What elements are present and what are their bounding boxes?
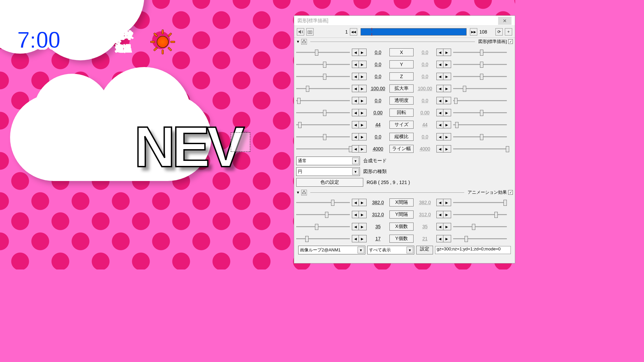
arrow-left-icon[interactable]: ◀ (437, 85, 443, 92)
arrow-left-icon[interactable]: ◀ (352, 199, 359, 206)
param-value-left[interactable]: 0.00 (369, 110, 387, 115)
param-slider-left[interactable] (296, 211, 350, 218)
param-spinner-right[interactable]: ◀▶ (436, 121, 451, 128)
arrow-right-icon[interactable]: ▶ (443, 211, 450, 218)
seek-start-icon[interactable]: ◀◀ (350, 28, 357, 36)
param-value-right[interactable]: 0.0 (416, 50, 434, 55)
arrow-left-icon[interactable]: ◀ (352, 109, 359, 116)
arrow-left-icon[interactable]: ◀ (352, 85, 359, 92)
param-slider-left[interactable] (296, 199, 350, 206)
param-spinner-right[interactable]: ◀▶ (436, 73, 451, 80)
param-value-left[interactable]: 0.0 (369, 98, 387, 103)
param-value-right[interactable]: 312.0 (416, 212, 434, 217)
param-value-right[interactable]: 4000 (416, 146, 434, 152)
param-slider-right[interactable] (453, 61, 507, 68)
param-value-right[interactable]: 0.0 (416, 98, 434, 103)
param-label-button[interactable]: Z (389, 72, 414, 80)
param-spinner-right[interactable]: ◀▶ (436, 133, 451, 140)
param-spinner-left[interactable]: ◀▶ (352, 145, 367, 153)
selection-marker[interactable] (231, 132, 250, 152)
toggle-icon[interactable]: 凸 (301, 190, 307, 195)
arrow-left-icon[interactable]: ◀ (352, 133, 359, 140)
param-slider-left[interactable] (296, 49, 350, 56)
param-spinner-left[interactable]: ◀▶ (352, 85, 367, 92)
panel-titlebar[interactable]: 図形[標準描画] ✕ (294, 16, 515, 26)
arrow-left-icon[interactable]: ◀ (437, 133, 443, 140)
arrow-right-icon[interactable]: ▶ (443, 145, 450, 152)
arrow-right-icon[interactable]: ▶ (359, 85, 366, 92)
param-value-left[interactable]: 17 (369, 236, 387, 241)
param-slider-right[interactable] (453, 85, 507, 92)
param-value-right[interactable]: 0.0 (416, 74, 434, 79)
arrow-right-icon[interactable]: ▶ (359, 133, 366, 140)
param-value-left[interactable]: 44 (369, 122, 387, 127)
arrow-right-icon[interactable]: ▶ (443, 223, 450, 230)
arrow-right-icon[interactable]: ▶ (443, 199, 450, 206)
param-value-left[interactable]: 0.0 (369, 74, 387, 79)
arrow-right-icon[interactable]: ▶ (359, 109, 366, 116)
param-spinner-right[interactable]: ◀▶ (436, 211, 451, 218)
param-slider-right[interactable] (453, 199, 507, 206)
add-icon[interactable]: ＋ (505, 28, 512, 36)
arrow-left-icon[interactable]: ◀ (437, 211, 443, 218)
arrow-right-icon[interactable]: ▶ (359, 61, 366, 68)
arrow-right-icon[interactable]: ▶ (359, 235, 366, 242)
param-slider-right[interactable] (453, 133, 507, 140)
display-mode-combo[interactable]: すべて表示 ▼ (367, 246, 414, 254)
param-slider-right[interactable] (453, 73, 507, 80)
param-slider-right[interactable] (453, 109, 507, 116)
param-spinner-left[interactable]: ◀▶ (352, 97, 367, 104)
param-slider-left[interactable] (296, 85, 350, 92)
param-slider-left[interactable] (296, 121, 350, 128)
seek-bar[interactable] (361, 28, 467, 36)
arrow-right-icon[interactable]: ▶ (443, 133, 450, 140)
param-string-field[interactable]: gz=300;nz=1;yd=1;zd=0;mode=0 (435, 246, 511, 254)
param-value-right[interactable]: 0.0 (416, 62, 434, 67)
param-value-left[interactable]: 35 (369, 224, 387, 229)
arrow-left-icon[interactable]: ◀ (437, 97, 443, 104)
arrow-right-icon[interactable]: ▶ (359, 211, 366, 218)
arrow-right-icon[interactable]: ▶ (359, 73, 366, 80)
param-slider-right[interactable] (453, 211, 507, 218)
param-spinner-left[interactable]: ◀▶ (352, 109, 367, 116)
param-label-button[interactable]: Y (389, 60, 414, 68)
param-slider-left[interactable] (296, 145, 350, 152)
arrow-right-icon[interactable]: ▶ (443, 235, 450, 242)
param-slider-right[interactable] (453, 97, 507, 104)
param-slider-left[interactable] (296, 235, 350, 242)
arrow-left-icon[interactable]: ◀ (352, 49, 359, 56)
param-label-button[interactable]: 縦横比 (389, 133, 414, 141)
arrow-left-icon[interactable]: ◀ (437, 145, 443, 152)
section-header-animation[interactable]: ▼ 凸 アニメーション効果 ✓ (294, 189, 515, 196)
color-button[interactable]: 色の設定 (296, 178, 363, 187)
arrow-right-icon[interactable]: ▶ (359, 97, 366, 104)
param-label-button[interactable]: X (389, 48, 414, 56)
arrow-left-icon[interactable]: ◀ (352, 121, 359, 128)
arrow-right-icon[interactable]: ▶ (359, 199, 366, 206)
close-icon[interactable]: ✕ (498, 17, 512, 25)
arrow-right-icon[interactable]: ▶ (443, 49, 450, 56)
param-spinner-left[interactable]: ◀▶ (352, 73, 367, 80)
section-checkbox[interactable]: ✓ (508, 190, 513, 195)
shape-type-combo[interactable]: 円 ▼ (296, 167, 360, 176)
param-label-button[interactable]: ライン幅 (389, 145, 414, 153)
arrow-left-icon[interactable]: ◀ (437, 121, 443, 128)
param-label-button[interactable]: サイズ (389, 121, 414, 129)
param-slider-right[interactable] (453, 49, 507, 56)
param-value-right[interactable]: 0.00 (416, 110, 434, 115)
arrow-left-icon[interactable]: ◀ (352, 97, 359, 104)
param-slider-left[interactable] (296, 61, 350, 68)
arrow-right-icon[interactable]: ▶ (359, 121, 366, 128)
param-spinner-left[interactable]: ◀▶ (352, 133, 367, 140)
param-value-right[interactable]: 35 (416, 224, 434, 229)
param-slider-left[interactable] (296, 109, 350, 116)
param-value-left[interactable]: 312.0 (369, 212, 387, 217)
param-slider-right[interactable] (453, 223, 507, 230)
blend-mode-combo[interactable]: 通常 ▼ (296, 157, 360, 165)
param-label-button[interactable]: X間隔 (389, 198, 414, 206)
param-label-button[interactable]: X個数 (389, 223, 414, 231)
mute-icon[interactable] (297, 28, 304, 36)
arrow-left-icon[interactable]: ◀ (352, 61, 359, 68)
param-spinner-left[interactable]: ◀▶ (352, 121, 367, 128)
param-spinner-right[interactable]: ◀▶ (436, 223, 451, 230)
